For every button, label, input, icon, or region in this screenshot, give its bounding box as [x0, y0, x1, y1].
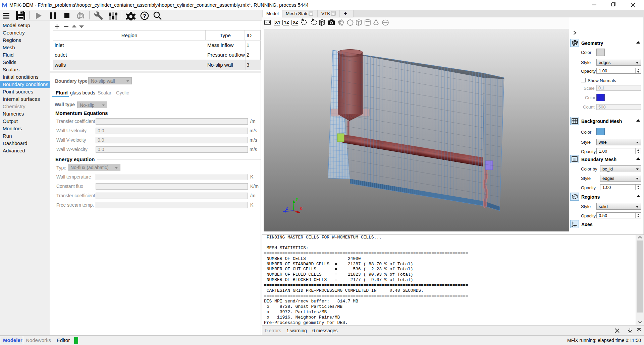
svg-text:Y: Y: [296, 197, 299, 202]
svg-text:YZ: YZ: [284, 20, 289, 25]
svg-text:?: ?: [143, 13, 146, 19]
svg-text:XY: XY: [275, 20, 281, 25]
svg-text:X: X: [299, 207, 303, 211]
svg-text:Z: Z: [285, 206, 288, 211]
svg-text:XZ: XZ: [293, 20, 298, 25]
